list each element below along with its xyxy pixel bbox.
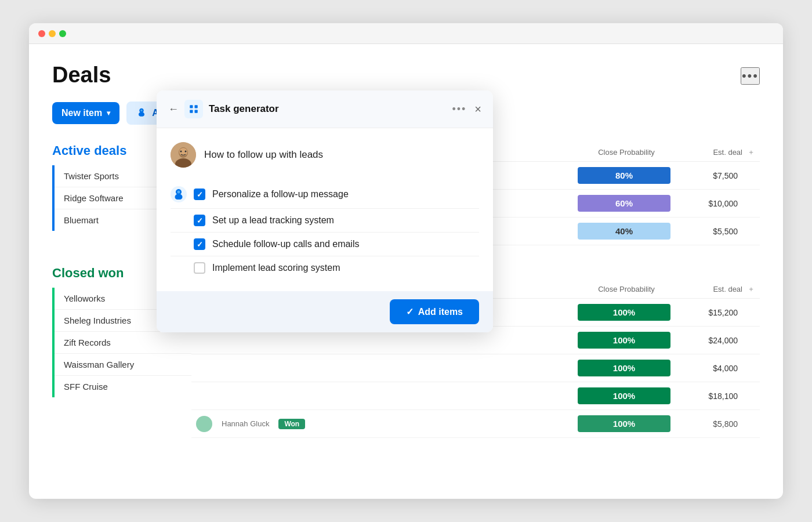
deal-cell: $7,500: [673, 171, 742, 180]
check-icon: ✓: [197, 240, 203, 249]
svg-rect-1: [190, 105, 193, 108]
modal-container: ← Task generator ••• ×: [157, 90, 493, 332]
deal-cell: $15,200: [673, 308, 742, 317]
task-generator-icon: [184, 100, 203, 118]
modal-close-button[interactable]: ×: [474, 103, 481, 116]
modal-header: ← Task generator ••• ×: [157, 90, 493, 128]
task-item: ✓ Set up a lead tracking system: [171, 209, 479, 233]
task-label: Set up a lead tracking system: [212, 215, 334, 226]
app-window: Deals ••• New item ▾ AI Assistant A: [29, 23, 783, 499]
close-traffic-light[interactable]: [38, 30, 45, 37]
deal-cell: $10,000: [673, 199, 742, 208]
task-item: ✓ Personalize a follow-up message: [171, 180, 479, 209]
svg-point-9: [180, 151, 182, 153]
svg-point-10: [185, 151, 187, 153]
page-content: Deals ••• New item ▾ AI Assistant A: [29, 44, 783, 456]
modal-body: How to follow up with leads: [157, 128, 493, 291]
task-label: Implement lead scoring system: [212, 263, 340, 273]
deal-cell: $24,000: [673, 336, 742, 345]
add-items-label: Add items: [418, 307, 463, 317]
deal-cell: $18,100: [673, 392, 742, 401]
modal-title: Task generator: [209, 103, 446, 115]
deal-cell: $5,800: [673, 419, 742, 429]
modal-back-button[interactable]: ←: [168, 103, 179, 115]
ai-logo-icon: [171, 186, 187, 202]
list-item[interactable]: Zift Records: [55, 332, 191, 354]
table-row: 100% $4,000: [191, 354, 760, 382]
user-avatar-svg: [171, 142, 196, 168]
list-item[interactable]: SFF Cruise: [55, 376, 191, 397]
task-label: Schedule follow-up calls and emails: [212, 239, 359, 249]
col-deal-header: Est. deal: [673, 285, 742, 293]
add-items-button[interactable]: ✓ Add items: [390, 299, 479, 324]
svg-rect-3: [190, 110, 193, 113]
fullscreen-traffic-light[interactable]: [59, 30, 66, 37]
col-plus-header: +: [742, 148, 760, 157]
deal-cell: $4,000: [673, 364, 742, 373]
table-row: Hannah Gluck Won 100% $5,800: [191, 410, 760, 438]
tasks-list: ✓ Personalize a follow-up message ✓ Set …: [171, 180, 479, 280]
task-generator-modal: ← Task generator ••• ×: [157, 90, 493, 332]
svg-point-0: [141, 110, 143, 111]
check-icon: ✓: [197, 190, 203, 199]
more-options-button[interactable]: •••: [741, 67, 760, 85]
new-item-label: New item: [61, 108, 102, 118]
prob-cell: 40%: [578, 223, 670, 240]
minimize-traffic-light[interactable]: [49, 30, 56, 37]
avatar: [196, 416, 212, 432]
prob-cell: 100%: [578, 415, 670, 432]
avatar: [171, 142, 196, 168]
traffic-lights: [38, 30, 66, 37]
checkbox-unchecked[interactable]: [194, 262, 205, 274]
checkbox-checked[interactable]: ✓: [194, 188, 205, 200]
col-plus-header: +: [742, 285, 760, 293]
task-label: Personalize a follow-up message: [212, 189, 349, 200]
page-title: Deals: [52, 63, 760, 88]
col-prob-header: Close Probability: [580, 148, 673, 157]
table-row: 100% $18,100: [191, 382, 760, 410]
prob-cell: 100%: [578, 360, 670, 376]
prob-cell: 80%: [578, 167, 670, 184]
deal-cell: $5,500: [673, 227, 742, 236]
chevron-down-icon: ▾: [107, 109, 110, 117]
task-item: Implement lead scoring system: [171, 256, 479, 280]
status-badge: Won: [278, 419, 305, 429]
list-item[interactable]: Waissman Gallery: [55, 354, 191, 376]
col-prob-header: Close Probability: [580, 285, 673, 293]
window-chrome: [29, 23, 783, 44]
svg-rect-2: [195, 105, 198, 108]
checkbox-checked[interactable]: ✓: [194, 238, 205, 250]
prob-cell: 100%: [578, 304, 670, 321]
grid-icon: [188, 104, 199, 114]
ai-icon: [136, 107, 147, 119]
col-deal-header: Est. deal: [673, 148, 742, 157]
checkbox-checked[interactable]: ✓: [194, 215, 205, 226]
modal-menu-button[interactable]: •••: [452, 103, 466, 115]
prob-cell: 60%: [578, 195, 670, 212]
check-icon: ✓: [406, 306, 414, 317]
question-text: How to follow up with leads: [204, 149, 323, 161]
svg-point-12: [177, 191, 180, 194]
svg-rect-4: [195, 110, 198, 113]
task-item: ✓ Schedule follow-up calls and emails: [171, 233, 479, 256]
modal-footer: ✓ Add items: [157, 291, 493, 332]
prob-cell: 100%: [578, 332, 670, 349]
new-item-button[interactable]: New item ▾: [52, 102, 119, 124]
question-row: How to follow up with leads: [171, 142, 479, 168]
assignee-name: Hannah Gluck: [222, 419, 269, 428]
check-icon: ✓: [197, 216, 203, 225]
prob-cell: 100%: [578, 387, 670, 404]
